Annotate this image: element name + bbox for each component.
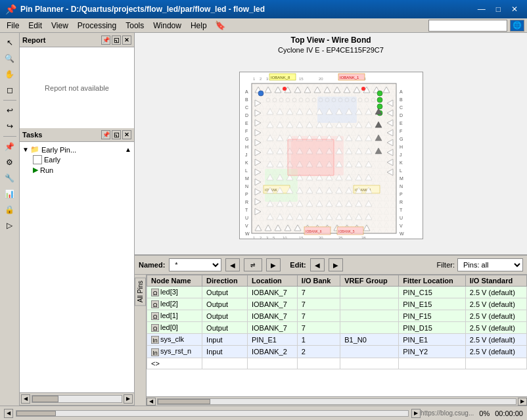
menu-view[interactable]: View xyxy=(47,20,72,32)
report-panel-title: Report xyxy=(22,36,101,44)
status-bar: ◀ ▶ https://blog.csug... 0% 00:00:00 xyxy=(0,406,527,420)
filter-swap-btn[interactable]: ⇌ xyxy=(244,258,262,271)
table-row[interactable]: <> xyxy=(147,358,527,369)
report-panel-buttons: 📌 ◱ ✕ xyxy=(101,35,131,45)
col-fitter-location[interactable]: Fitter Location xyxy=(399,275,465,287)
maximize-button[interactable]: □ xyxy=(492,3,505,15)
toolbar-rect-btn[interactable]: ◻ xyxy=(3,83,17,97)
col-vref-group[interactable]: VREF Group xyxy=(340,275,399,287)
all-pins-tab[interactable]: All Pins xyxy=(135,277,146,306)
menu-file[interactable]: File xyxy=(3,20,23,32)
cell-io-bank: 7 xyxy=(297,322,340,334)
toolbar-gear-btn[interactable]: ⚙ xyxy=(3,155,17,170)
task-early[interactable]: Early xyxy=(33,154,131,165)
tasks-scroll-left[interactable]: ◀ xyxy=(21,394,30,404)
svg-text:28: 28 xyxy=(361,236,366,239)
task-run[interactable]: ▶ Run xyxy=(33,165,131,175)
col-io-bank[interactable]: I/O Bank xyxy=(297,275,340,287)
tasks-scroll-track[interactable] xyxy=(32,395,122,403)
toolbar-pin-btn[interactable]: 📌 xyxy=(3,139,17,154)
task-expand-icon[interactable]: ▼ xyxy=(22,146,29,153)
tasks-pin-btn[interactable]: 📌 xyxy=(101,130,110,139)
tasks-close-btn[interactable]: ✕ xyxy=(122,130,131,139)
cell-io-bank: 2 xyxy=(297,346,340,358)
table-row[interactable]: Ωled[2] Output IOBANK_7 7 PIN_E15 2.5 V … xyxy=(147,298,527,310)
svg-point-102 xyxy=(377,104,382,109)
table-row[interactable]: Ωled[0] Output IOBANK_7 7 PIN_D15 2.5 V … xyxy=(147,322,527,334)
report-float-btn[interactable]: ◱ xyxy=(112,35,121,45)
output-type-icon: Ω xyxy=(151,312,159,320)
svg-text:V: V xyxy=(400,223,403,228)
menu-help[interactable]: Help xyxy=(187,20,211,32)
filter-left-arrow[interactable]: ◀ xyxy=(225,258,240,271)
hscroll-left[interactable]: ◀ xyxy=(147,398,156,406)
globe-button[interactable]: 🌐 xyxy=(510,20,524,32)
status-scroll-left[interactable]: ◀ xyxy=(4,409,13,418)
col-direction[interactable]: Direction xyxy=(202,275,248,287)
close-button[interactable]: ✕ xyxy=(507,3,522,15)
table-row[interactable]: Ωled[1] Output IOBANK_7 7 PIN_F15 2.5 V … xyxy=(147,310,527,322)
cell-fitter-location: PIN_D15 xyxy=(399,322,465,334)
table-container[interactable]: Node Name Direction Location I/O Bank VR… xyxy=(147,275,527,396)
menu-window[interactable]: Window xyxy=(149,20,185,32)
toolbar-undo-btn[interactable]: ↩ xyxy=(3,103,17,118)
cell-fitter-location: PIN_Y2 xyxy=(399,346,465,358)
svg-text:E: E xyxy=(400,121,403,126)
filter-bar: Named: * ◀ ⇌ ▶ Edit: ◀ ▶ Filter: Pins: a… xyxy=(135,255,527,275)
status-scroll-thumb[interactable] xyxy=(16,411,56,416)
toolbar-play-btn[interactable]: ▷ xyxy=(3,218,17,233)
window-title: Pin Planner - D:/Quartus/projects/flow_l… xyxy=(20,5,474,14)
table-row[interactable]: Insys_rst_n Input IOBANK_2 2 PIN_Y2 2.5 … xyxy=(147,346,527,358)
toolbar-select-btn[interactable]: ↖ xyxy=(3,35,17,50)
toolbar-zoom-btn[interactable]: 🔍 xyxy=(3,51,17,66)
hscroll-right[interactable]: ▶ xyxy=(518,398,527,406)
col-io-standard[interactable]: I/O Standard xyxy=(465,275,526,287)
tasks-panel: Tasks 📌 ◱ ✕ ▼ 📁 Early Pin... ▲ xyxy=(20,128,134,406)
status-scroll-track[interactable] xyxy=(16,410,409,417)
tasks-scroll-right[interactable]: ▶ xyxy=(124,394,133,404)
hscroll-track[interactable] xyxy=(157,398,516,405)
menu-tools[interactable]: Tools xyxy=(122,20,148,32)
output-type-icon: Ω xyxy=(151,300,159,308)
status-progress: 0% xyxy=(479,409,490,417)
edit-right-btn[interactable]: ▶ xyxy=(329,258,343,271)
hscroll-thumb[interactable] xyxy=(158,399,210,404)
menu-edit[interactable]: Edit xyxy=(24,20,46,32)
toolbar-lock-btn[interactable]: 🔒 xyxy=(3,202,17,217)
col-location[interactable]: Location xyxy=(247,275,297,287)
minimize-button[interactable]: — xyxy=(474,3,490,15)
report-close-btn[interactable]: ✕ xyxy=(122,35,131,45)
svg-text:IOBANK_5: IOBANK_5 xyxy=(338,229,355,233)
toolbar-wrench-btn[interactable]: 🔧 xyxy=(3,171,17,185)
svg-text:L: L xyxy=(245,168,248,173)
svg-text:H: H xyxy=(245,145,248,149)
report-pin-btn[interactable]: 📌 xyxy=(101,35,110,45)
filter-right-arrow[interactable]: ▶ xyxy=(266,258,281,271)
filter-dropdown[interactable]: Pins: all xyxy=(457,258,523,271)
col-node-name[interactable]: Node Name xyxy=(147,275,202,287)
table-row[interactable]: Ωled[3] Output IOBANK_7 7 PIN_C15 2.5 V … xyxy=(147,287,527,298)
bookmark-icon[interactable]: 🔖 xyxy=(215,20,225,30)
named-dropdown[interactable]: * xyxy=(169,258,221,271)
toolbar-chart-btn[interactable]: 📊 xyxy=(3,187,17,201)
svg-text:F: F xyxy=(245,129,248,133)
svg-text:M: M xyxy=(400,176,403,181)
tasks-float-btn[interactable]: ◱ xyxy=(112,130,121,139)
toolbar-pan-btn[interactable]: ✋ xyxy=(3,67,17,82)
cell-direction: Output xyxy=(202,310,248,322)
status-scroll-right[interactable]: ▶ xyxy=(411,409,421,418)
toolbar-redo-btn[interactable]: ↪ xyxy=(3,119,17,133)
menu-processing[interactable]: Processing xyxy=(74,20,120,32)
edit-left-btn[interactable]: ◀ xyxy=(310,258,325,271)
cell-direction: Output xyxy=(202,322,248,334)
menu-search-input[interactable] xyxy=(428,20,507,32)
bottom-section: Named: * ◀ ⇌ ▶ Edit: ◀ ▶ Filter: Pins: a… xyxy=(135,254,527,406)
die-canvas[interactable]: 1 2 3 5 10 15 20 25 28 A B xyxy=(135,57,527,254)
svg-text:U: U xyxy=(245,216,248,220)
table-row[interactable]: Insys_clk Input PIN_E1 1 B1_N0 PIN_E1 2.… xyxy=(147,334,527,346)
cell-direction: Input xyxy=(202,346,248,358)
task-early-pin[interactable]: ▼ 📁 Early Pin... ▲ xyxy=(22,145,131,154)
cell-vref-group xyxy=(340,346,399,358)
tasks-scroll-thumb[interactable] xyxy=(32,396,58,402)
svg-text:J: J xyxy=(400,152,402,157)
